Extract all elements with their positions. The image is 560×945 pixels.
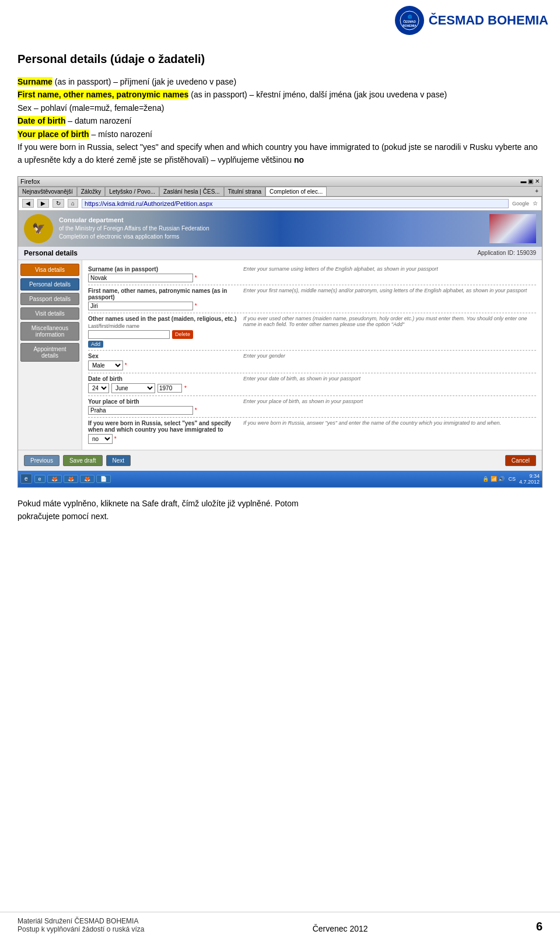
form-sidebar: Visa details Personal details Passport d…	[18, 260, 82, 450]
russia-select[interactable]: no yes	[88, 434, 113, 444]
othernames-input[interactable]	[88, 330, 170, 339]
surname-highlight: Surname	[18, 77, 52, 86]
russia-emblem: 🦅	[24, 214, 53, 243]
dob-highlight: Date of birth	[18, 116, 65, 125]
logo-text: ČESMAD BOHEMIA	[429, 13, 548, 27]
firstname-section: First name, other names, patronymic name…	[88, 285, 536, 313]
intro-text: Surname (as in passport) – příjmení (jak…	[18, 75, 542, 167]
firefox-label: Firefox	[20, 178, 40, 185]
search-bar[interactable]: Google	[512, 201, 529, 206]
url-bar[interactable]: https://visa.kdmid.ru/Authorized/Petitio…	[82, 199, 509, 208]
firstname-hint: Enter your first name(s), middle name(s)…	[243, 288, 536, 310]
dob-label: Date of birth	[88, 376, 240, 382]
svg-text:ČESMAD: ČESMAD	[403, 20, 416, 23]
sex-hint: Enter your gender	[243, 353, 536, 370]
sex-label: Sex	[88, 353, 240, 359]
tab-letys[interactable]: Letyšsko / Povo...	[105, 187, 159, 196]
svg-text:🌐: 🌐	[407, 15, 412, 19]
form-page: 🦅 Consular department of the Ministry of…	[18, 211, 542, 471]
taskbar-lang: CS	[508, 476, 516, 482]
surname-section: Surname (as in passport) * Enter your su…	[88, 264, 536, 285]
sidebar-misc-info[interactable]: Miscellaneous information	[20, 322, 79, 341]
othernames-hint: If you ever used other names (maiden nam…	[243, 316, 536, 348]
svg-text:BOHEMIA: BOHEMIA	[402, 24, 416, 27]
tab-titulni[interactable]: Titulní strana	[224, 187, 265, 196]
pob-section: Your place of birth * Enter your place o…	[88, 396, 536, 418]
taskbar-item-5[interactable]: 📄	[96, 475, 111, 483]
surname-required: *	[195, 275, 197, 281]
dob-day-select[interactable]: 24	[88, 383, 109, 393]
sidebar-personal-details[interactable]: Personal details	[20, 278, 79, 290]
taskbar-item-1[interactable]: e	[34, 475, 46, 483]
browser-tabs: Nejnavštěvovanější Záložky Letyšsko / Po…	[18, 187, 542, 197]
footer-left: Materiál Sdružení ČESMAD BOHEMIA Postup …	[18, 917, 144, 933]
page-title: Personal details (údaje o žadateli)	[18, 52, 542, 66]
surname-input[interactable]	[88, 274, 193, 282]
pob-hint: Enter your place of birth, as shown in y…	[243, 398, 536, 415]
tab-nejnavst[interactable]: Nejnavštěvovanější	[18, 187, 77, 196]
dob-required: *	[184, 385, 187, 391]
reload-btn[interactable]: ↻	[52, 199, 64, 208]
delete-name-button[interactable]: Delete	[172, 330, 193, 339]
sex-section: Sex Male Female * Enter your gender	[88, 351, 536, 373]
sex-select[interactable]: Male Female	[88, 360, 123, 370]
othernames-label: Other names used in the past (maiden, re…	[88, 316, 240, 322]
dob-year-input[interactable]	[158, 384, 182, 393]
taskbar-icons: 🔒 📶 🔊	[482, 476, 505, 482]
sidebar-visit-details[interactable]: Visit details	[20, 307, 79, 320]
surname-label: Surname (as in passport)	[88, 266, 240, 272]
banner-image	[489, 214, 536, 243]
footer: Materiál Sdružení ČESMAD BOHEMIA Postup …	[0, 912, 560, 933]
browser-titlebar: Firefox ▬ ▣ ✕	[18, 177, 542, 187]
no-text: no	[294, 155, 304, 164]
logo-area: 🌐 ČESMAD BOHEMIA ČESMAD BOHEMIA	[395, 6, 548, 35]
taskbar-item-2[interactable]: 🦊	[47, 475, 62, 483]
othernames-sublabel: Last/first/middle name	[88, 323, 240, 329]
dob-month-select[interactable]: June JanuaryFebruaryMarch AprilMayJuly A…	[111, 383, 155, 393]
taskbar-item-4[interactable]: 🦊	[80, 475, 94, 483]
pob-input[interactable]	[88, 406, 193, 415]
previous-button[interactable]: Previous	[24, 455, 60, 466]
form-body: Visa details Personal details Passport d…	[18, 260, 542, 450]
window-controls[interactable]: ▬ ▣ ✕	[520, 178, 540, 184]
back-btn[interactable]: ◀	[22, 199, 34, 208]
sidebar-appointment[interactable]: Appointment details	[20, 343, 79, 362]
form-banner: 🦅 Consular department of the Ministry of…	[18, 211, 542, 247]
othernames-section: Other names used in the past (maiden, re…	[88, 313, 536, 351]
taskbar-clock: 9:34 4.7.2012	[519, 473, 540, 485]
bookmark-star[interactable]: ☆	[533, 200, 538, 206]
tab-completion[interactable]: Completion of elec...	[265, 187, 327, 196]
pob-required: *	[195, 407, 197, 414]
footer-center: Červenec 2012	[313, 924, 368, 933]
sidebar-passport-details[interactable]: Passport details	[20, 293, 79, 305]
pob-highlight: Your place of birth	[18, 130, 89, 139]
banner-text: Consular department of the Ministry of F…	[59, 216, 209, 241]
surname-hint: Enter your surname using letters of the …	[243, 266, 536, 282]
taskbar-item-3[interactable]: 🦊	[64, 475, 78, 483]
browser-window: Firefox ▬ ▣ ✕ Nejnavštěvovanější Záložky…	[18, 176, 542, 488]
tab-zalozky[interactable]: Záložky	[77, 187, 105, 196]
firstname-required: *	[195, 303, 197, 309]
save-draft-button[interactable]: Save draft	[63, 455, 103, 466]
form-section-title: Personal details	[24, 249, 78, 257]
new-tab-btn[interactable]: +	[531, 187, 542, 196]
taskbar-items: e 🦊 🦊 🦊 📄	[34, 475, 481, 483]
sidebar-visa-details[interactable]: Visa details	[20, 264, 79, 276]
firstname-highlight: First name, other names, patronymic name…	[18, 90, 188, 99]
form-actions: Previous Save draft Next Cancel	[18, 450, 542, 471]
start-button[interactable]: e	[20, 474, 32, 484]
firstname-label: First name, other names, patronymic name…	[88, 288, 240, 300]
russia-section: If you were born in Russia, select "yes"…	[88, 418, 536, 446]
firstname-input[interactable]	[88, 302, 193, 310]
taskbar: e e 🦊 🦊 🦊 📄 🔒 📶 🔊 CS 9:34 4.7.2012	[18, 471, 542, 487]
tab-zaslani[interactable]: Zaslání hesla | ČES...	[159, 187, 224, 196]
forward-btn[interactable]: ▶	[37, 199, 49, 208]
next-button[interactable]: Next	[106, 455, 131, 466]
cancel-button[interactable]: Cancel	[505, 455, 536, 466]
footer-page-number: 6	[536, 920, 542, 933]
dob-hint: Enter your date of birth, as shown in yo…	[243, 376, 536, 393]
home-btn[interactable]: ⌂	[68, 199, 78, 208]
add-name-button[interactable]: Add	[88, 341, 103, 348]
form-header-row: Personal details Application ID: 159039	[18, 247, 542, 260]
pob-label: Your place of birth	[88, 398, 240, 405]
